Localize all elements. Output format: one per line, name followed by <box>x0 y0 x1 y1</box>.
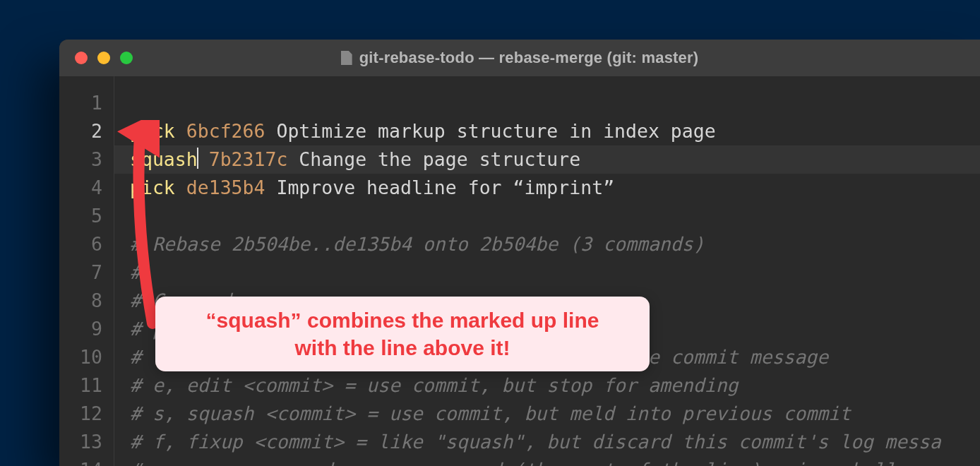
traffic-lights <box>59 52 133 64</box>
comment-text: # x, exec <command> = run command (the r… <box>130 459 896 466</box>
commit-hash: 7b2317c <box>209 148 288 170</box>
code-line[interactable]: squash 7b2317c Change the page structure <box>114 145 980 174</box>
line-number: 11 <box>59 371 102 400</box>
commit-hash: 6bcf266 <box>186 120 265 142</box>
minimize-icon[interactable] <box>97 52 110 64</box>
code-area[interactable]: pick 6bcf266 Optimize markup structure i… <box>114 76 980 466</box>
title-area: git-rebase-todo — rebase-merge (git: mas… <box>59 49 980 67</box>
code-line[interactable]: # e, edit <commit> = use commit, but sto… <box>130 371 980 400</box>
editor-pane[interactable]: 1 2 3 4 5 6 7 8 9 10 11 12 13 14 pick 6b… <box>59 76 980 466</box>
titlebar: git-rebase-todo — rebase-merge (git: mas… <box>59 40 980 76</box>
code-line[interactable] <box>130 202 980 230</box>
commit-message: Optimize markup structure in index page <box>276 120 715 142</box>
code-line[interactable]: # Rebase 2b504be..de135b4 onto 2b504be (… <box>130 230 980 258</box>
file-icon <box>341 51 352 65</box>
code-line[interactable]: # s, squash <commit> = use commit, but m… <box>130 400 980 428</box>
line-number: 12 <box>59 400 102 428</box>
annotation-bubble: “squash” combines the marked up line wit… <box>155 297 650 371</box>
code-line[interactable]: # <box>130 258 980 287</box>
maximize-icon[interactable] <box>120 52 133 64</box>
comment-text: # e, edit <commit> = use commit, but sto… <box>130 374 739 396</box>
close-icon[interactable] <box>75 52 88 64</box>
comment-text: # Rebase 2b504be..de135b4 onto 2b504be (… <box>130 233 705 255</box>
code-line[interactable]: # x, exec <command> = run command (the r… <box>130 456 980 466</box>
annotation-text: “squash” combines the marked up line <box>171 306 634 334</box>
window-title: git-rebase-todo — rebase-merge (git: mas… <box>359 49 699 67</box>
editor-window: git-rebase-todo — rebase-merge (git: mas… <box>59 40 980 466</box>
commit-message: Improve headline for “imprint” <box>276 177 614 198</box>
comment-text: # s, squash <commit> = use commit, but m… <box>130 402 851 424</box>
comment-text: # f, fixup <commit> = like "squash", but… <box>130 431 941 453</box>
line-number: 1 <box>59 89 102 117</box>
code-line[interactable]: pick de135b4 Improve headline for “impri… <box>130 174 980 202</box>
code-line[interactable]: # f, fixup <commit> = like "squash", but… <box>130 428 980 456</box>
text-cursor <box>197 148 198 169</box>
annotation-arrow-icon <box>75 120 160 332</box>
line-number: 10 <box>59 343 102 371</box>
code-line[interactable]: pick 6bcf266 Optimize markup structure i… <box>130 117 980 145</box>
line-number: 13 <box>59 428 102 456</box>
line-number: 14 <box>59 456 102 466</box>
commit-message: Change the page structure <box>299 148 580 170</box>
commit-hash: de135b4 <box>186 177 265 198</box>
annotation-callout: “squash” combines the marked up line wit… <box>155 297 650 371</box>
annotation-text: with the line above it! <box>171 334 634 362</box>
